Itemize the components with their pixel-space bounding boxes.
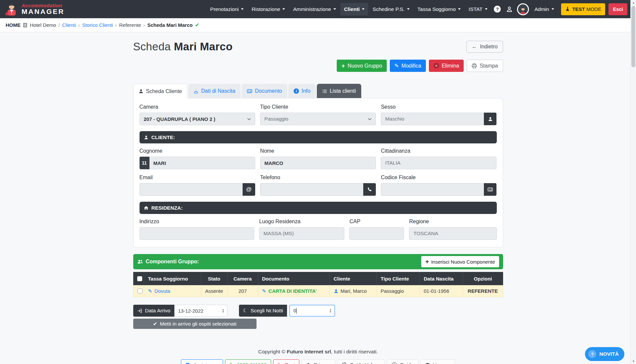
nome-input[interactable]: MARCO <box>260 157 376 169</box>
assistenza-button[interactable]: Assistenza <box>181 359 223 364</box>
codice-fiscale-input[interactable] <box>381 183 484 196</box>
home-icon <box>144 206 148 210</box>
breadcrumb-storico-clienti[interactable]: Storico Clienti <box>82 22 113 28</box>
telefono-label: Telefono <box>260 175 376 181</box>
phone-addon <box>363 183 376 196</box>
nav-schedine-ps[interactable]: Schedine P.S. <box>369 3 413 16</box>
nr-notti-addon: ☾ Scegli Nr.Notti <box>239 305 287 317</box>
help-icon[interactable]: ? <box>492 4 503 15</box>
app-logo[interactable]: Accommodation MANAGER <box>5 2 65 16</box>
cittadinanza-input[interactable]: ITALIA <box>381 157 496 169</box>
phone-icon <box>230 363 234 364</box>
tab-documento[interactable]: Documento <box>242 84 287 98</box>
phone-button[interactable]: 0585 811607 <box>225 359 271 364</box>
caret-down-icon <box>282 8 285 10</box>
scroll-down-icon[interactable]: ▼ <box>631 360 636 363</box>
client-id-addon: 11 <box>140 157 149 169</box>
test-mode-button[interactable]: TEST MODE <box>561 3 606 15</box>
stepper-icon[interactable]: ▴▾ <box>330 308 331 313</box>
moon-icon: ☾ <box>243 308 248 314</box>
row-checkbox[interactable] <box>138 288 143 293</box>
copyright: Copyright © Futuro Internet srl, tutti i… <box>133 349 503 355</box>
delete-circle-icon: × <box>434 63 439 69</box>
elimina-button[interactable]: ×Elimina <box>429 60 464 72</box>
telefono-input[interactable] <box>260 183 363 196</box>
person-icon <box>306 363 311 364</box>
tipo-cliente-select[interactable]: Passaggio <box>260 113 376 125</box>
regione-label: Regione <box>409 219 496 225</box>
table-row: ✎Dovuta Assente 207 ✎CARTA DI IDENTITA' … <box>133 285 503 297</box>
stepper-icon[interactable]: ▴▾ <box>222 308 224 313</box>
tab-lista-clienti[interactable]: Lista clienti <box>317 84 361 98</box>
tab-dati-di-nascita[interactable]: Dati di Nascita <box>188 84 241 98</box>
col-tipo-cliente: Tipo Cliente <box>377 272 420 285</box>
guida-veloce-button[interactable]: Guida Veloce <box>337 359 385 364</box>
caret-down-icon <box>241 8 244 10</box>
avatar[interactable] <box>517 3 529 15</box>
cap-label: CAP <box>349 219 404 225</box>
client-card: Camera 207 - QUADRUPLA ( PIANO 2 ) Tipo … <box>133 98 503 247</box>
documento-link[interactable]: CARTA DI IDENTITA' <box>268 288 317 294</box>
breadcrumb-home[interactable]: HOME <box>6 22 21 28</box>
nav-istat[interactable]: ISTAT <box>465 3 491 16</box>
col-tassa-soggiorno: Tassa Soggiorno <box>144 272 201 285</box>
email-input[interactable] <box>140 183 243 196</box>
tab-scheda-cliente[interactable]: Scheda Cliente <box>133 84 188 98</box>
logo-line2: MANAGER <box>22 8 65 15</box>
regione-input[interactable]: TOSCANA <box>409 227 496 240</box>
esci-footer-button[interactable]: Esci <box>273 359 299 364</box>
privacy-button[interactable]: Privacy <box>301 359 335 364</box>
nav-clienti[interactable]: Clienti <box>340 3 368 16</box>
bellboy-logo-icon <box>5 2 19 16</box>
col-camera: Camera <box>228 272 258 285</box>
page-title: Scheda Mari Marco <box>133 40 233 53</box>
nav-amministrazione[interactable]: Amministrazione <box>289 3 340 16</box>
gender-addon <box>484 113 496 125</box>
user-profile-icon[interactable] <box>504 4 515 15</box>
person-icon <box>139 89 144 94</box>
camera-select[interactable]: 207 - QUADRUPLA ( PIANO 2 ) <box>140 113 255 125</box>
back-button[interactable]: ← Indietro <box>466 41 503 53</box>
cognome-input[interactable]: MARI <box>149 157 255 169</box>
luogo-residenza-input[interactable]: MASSA (MS) <box>259 227 344 240</box>
id-card-addon <box>484 183 496 196</box>
modifica-button[interactable]: ✎Modifica <box>390 60 426 72</box>
nav-tassa-soggiorno[interactable]: Tassa Soggiorno <box>414 3 464 16</box>
scroll-up-icon[interactable]: ▲ <box>631 1 636 4</box>
col-documento: Documento <box>258 272 330 285</box>
nr-notti-input[interactable]: 0 ▴▾ <box>289 305 335 317</box>
scrollbar[interactable]: ▲ ▼ <box>630 0 636 364</box>
sesso-input[interactable]: Maschio <box>381 113 484 125</box>
email-label: Email <box>140 175 255 181</box>
cap-input[interactable] <box>349 227 404 240</box>
person-icon <box>488 117 493 122</box>
data-arrivo-input[interactable]: 13-12-2022 ▴▾ <box>174 305 227 317</box>
person-icon <box>334 289 338 293</box>
licenza-button[interactable]: Licenza <box>420 359 455 364</box>
indirizzo-label: Indirizzo <box>140 219 255 225</box>
tassa-dovuta-link[interactable]: Dovuta <box>154 288 170 294</box>
novita-button[interactable]: ? NOVITÀ <box>585 347 624 361</box>
nav-admin[interactable]: Admin <box>531 3 558 16</box>
graduation-cap-icon <box>425 362 430 364</box>
client-tabs: Scheda Cliente Dati di Nascita Documento… <box>133 84 503 98</box>
nav-ristorazione[interactable]: Ristorazione <box>248 3 289 16</box>
email-addon: @ <box>243 183 255 196</box>
scrollbar-thumb[interactable] <box>631 6 635 67</box>
col-opzioni: Opzioni <box>463 272 503 285</box>
logout-button[interactable]: Esci <box>608 3 627 15</box>
tab-info[interactable]: iInfo <box>288 84 316 98</box>
guida-button[interactable]: ?Guida <box>387 359 418 364</box>
sign-out-icon <box>278 363 282 364</box>
indirizzo-input[interactable] <box>140 227 255 240</box>
breadcrumb-clienti[interactable]: Clienti <box>62 22 76 28</box>
componenti-gruppo-header: Componenti Gruppo: + Inserisci Nuovo Com… <box>133 254 503 269</box>
componenti-table: Tassa Soggiorno Stato Camera Documento C… <box>133 272 503 297</box>
select-all-checkbox[interactable] <box>137 276 142 281</box>
metti-in-arrivo-button[interactable]: ✔ Metti in arrivo gli ospiti selezionati <box>133 319 257 329</box>
inserisci-componente-button[interactable]: + Inserisci Nuovo Componente <box>421 256 499 267</box>
nuovo-gruppo-button[interactable]: +Nuovo Gruppo <box>337 60 387 72</box>
opzioni-value: REFERENTE <box>463 285 503 297</box>
stampa-button[interactable]: Stampa <box>467 60 503 72</box>
nav-prenotazioni[interactable]: Prenotazioni <box>206 3 247 16</box>
